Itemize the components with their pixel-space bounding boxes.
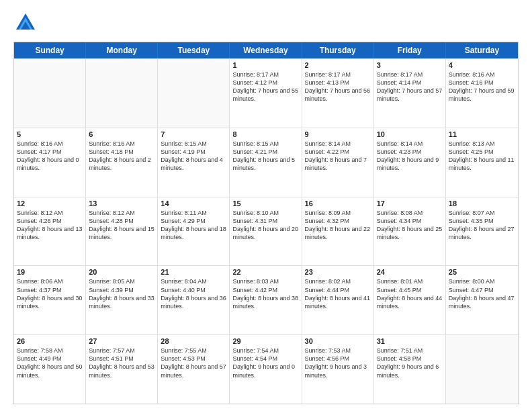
calendar-cell: 23Sunrise: 8:02 AM Sunset: 4:44 PM Dayli… xyxy=(302,266,374,334)
day-info: Sunrise: 8:17 AM Sunset: 4:13 PM Dayligh… xyxy=(305,71,371,103)
calendar-cell: 3Sunrise: 8:17 AM Sunset: 4:14 PM Daylig… xyxy=(374,59,446,128)
calendar-row-4: 19Sunrise: 8:06 AM Sunset: 4:37 PM Dayli… xyxy=(14,265,518,334)
calendar-cell: 27Sunrise: 7:57 AM Sunset: 4:51 PM Dayli… xyxy=(86,335,158,404)
calendar-cell: 10Sunrise: 8:14 AM Sunset: 4:23 PM Dayli… xyxy=(374,128,446,197)
day-number: 21 xyxy=(161,268,226,276)
day-number: 8 xyxy=(232,130,298,138)
day-info: Sunrise: 7:54 AM Sunset: 4:54 PM Dayligh… xyxy=(232,347,298,379)
day-number: 7 xyxy=(161,130,226,138)
calendar-cell: 2Sunrise: 8:17 AM Sunset: 4:13 PM Daylig… xyxy=(302,59,374,128)
day-info: Sunrise: 8:15 AM Sunset: 4:19 PM Dayligh… xyxy=(161,140,226,173)
day-info: Sunrise: 7:55 AM Sunset: 4:53 PM Dayligh… xyxy=(161,347,226,379)
day-info: Sunrise: 8:06 AM Sunset: 4:37 PM Dayligh… xyxy=(17,277,83,310)
day-number: 18 xyxy=(449,199,515,208)
calendar-cell xyxy=(446,335,518,404)
day-number: 19 xyxy=(17,268,83,276)
calendar-header: SundayMondayTuesdayWednesdayThursdayFrid… xyxy=(14,42,518,58)
day-number: 14 xyxy=(161,199,226,208)
day-number: 10 xyxy=(377,130,443,138)
calendar-cell: 20Sunrise: 8:05 AM Sunset: 4:39 PM Dayli… xyxy=(86,266,158,334)
day-number: 9 xyxy=(305,130,371,138)
calendar-cell: 16Sunrise: 8:09 AM Sunset: 4:32 PM Dayli… xyxy=(302,197,374,266)
calendar-cell: 5Sunrise: 8:16 AM Sunset: 4:17 PM Daylig… xyxy=(14,128,86,197)
day-info: Sunrise: 8:12 AM Sunset: 4:26 PM Dayligh… xyxy=(17,209,83,242)
day-info: Sunrise: 7:51 AM Sunset: 4:58 PM Dayligh… xyxy=(377,347,443,379)
calendar-cell: 29Sunrise: 7:54 AM Sunset: 4:54 PM Dayli… xyxy=(230,335,302,404)
day-info: Sunrise: 8:02 AM Sunset: 4:44 PM Dayligh… xyxy=(305,277,371,310)
day-info: Sunrise: 7:53 AM Sunset: 4:56 PM Dayligh… xyxy=(305,347,371,379)
day-info: Sunrise: 8:00 AM Sunset: 4:47 PM Dayligh… xyxy=(449,277,515,310)
calendar-cell: 4Sunrise: 8:16 AM Sunset: 4:16 PM Daylig… xyxy=(446,59,518,128)
day-info: Sunrise: 8:16 AM Sunset: 4:18 PM Dayligh… xyxy=(89,140,154,173)
day-info: Sunrise: 8:12 AM Sunset: 4:28 PM Dayligh… xyxy=(89,209,154,242)
day-number: 20 xyxy=(89,268,154,276)
day-number: 28 xyxy=(161,337,226,345)
calendar-cell: 7Sunrise: 8:15 AM Sunset: 4:19 PM Daylig… xyxy=(158,128,230,197)
header-day-wednesday: Wednesday xyxy=(230,42,302,58)
day-number: 17 xyxy=(377,199,443,208)
day-info: Sunrise: 8:17 AM Sunset: 4:14 PM Dayligh… xyxy=(377,71,443,103)
day-number: 24 xyxy=(377,268,443,276)
calendar: SundayMondayTuesdayWednesdayThursdayFrid… xyxy=(13,42,519,404)
calendar-cell: 6Sunrise: 8:16 AM Sunset: 4:18 PM Daylig… xyxy=(86,128,158,197)
day-number: 25 xyxy=(449,268,515,276)
header-day-saturday: Saturday xyxy=(446,42,518,58)
day-info: Sunrise: 8:01 AM Sunset: 4:45 PM Dayligh… xyxy=(377,277,443,310)
calendar-cell: 12Sunrise: 8:12 AM Sunset: 4:26 PM Dayli… xyxy=(14,197,86,266)
day-info: Sunrise: 8:14 AM Sunset: 4:23 PM Dayligh… xyxy=(377,140,443,173)
calendar-row-5: 26Sunrise: 7:58 AM Sunset: 4:49 PM Dayli… xyxy=(14,334,518,404)
calendar-cell: 28Sunrise: 7:55 AM Sunset: 4:53 PM Dayli… xyxy=(158,335,230,404)
calendar-cell: 26Sunrise: 7:58 AM Sunset: 4:49 PM Dayli… xyxy=(14,335,86,404)
day-number: 5 xyxy=(17,130,83,138)
calendar-cell xyxy=(14,59,86,128)
page-header xyxy=(13,11,519,35)
day-number: 27 xyxy=(89,337,154,345)
calendar-row-3: 12Sunrise: 8:12 AM Sunset: 4:26 PM Dayli… xyxy=(14,197,518,266)
calendar-cell: 19Sunrise: 8:06 AM Sunset: 4:37 PM Dayli… xyxy=(14,266,86,334)
day-number: 31 xyxy=(377,337,443,345)
day-info: Sunrise: 8:10 AM Sunset: 4:31 PM Dayligh… xyxy=(232,209,298,242)
calendar-cell: 25Sunrise: 8:00 AM Sunset: 4:47 PM Dayli… xyxy=(446,266,518,334)
day-number: 15 xyxy=(232,199,298,208)
day-info: Sunrise: 8:16 AM Sunset: 4:16 PM Dayligh… xyxy=(449,71,515,103)
day-info: Sunrise: 7:58 AM Sunset: 4:49 PM Dayligh… xyxy=(17,347,83,379)
calendar-row-2: 5Sunrise: 8:16 AM Sunset: 4:17 PM Daylig… xyxy=(14,128,518,197)
day-info: Sunrise: 7:57 AM Sunset: 4:51 PM Dayligh… xyxy=(89,347,154,379)
day-info: Sunrise: 8:04 AM Sunset: 4:40 PM Dayligh… xyxy=(161,277,226,310)
day-number: 3 xyxy=(377,61,443,69)
day-number: 29 xyxy=(232,337,298,345)
day-number: 2 xyxy=(305,61,371,69)
calendar-cell: 15Sunrise: 8:10 AM Sunset: 4:31 PM Dayli… xyxy=(230,197,302,266)
calendar-row-1: 1Sunrise: 8:17 AM Sunset: 4:12 PM Daylig… xyxy=(14,58,518,128)
logo-icon xyxy=(13,11,38,35)
day-number: 16 xyxy=(305,199,371,208)
logo xyxy=(13,11,40,35)
day-number: 23 xyxy=(305,268,371,276)
header-day-monday: Monday xyxy=(86,42,158,58)
calendar-cell xyxy=(158,59,230,128)
day-info: Sunrise: 8:16 AM Sunset: 4:17 PM Dayligh… xyxy=(17,140,83,173)
calendar-cell: 8Sunrise: 8:15 AM Sunset: 4:21 PM Daylig… xyxy=(230,128,302,197)
calendar-cell: 9Sunrise: 8:14 AM Sunset: 4:22 PM Daylig… xyxy=(302,128,374,197)
header-day-thursday: Thursday xyxy=(302,42,374,58)
day-info: Sunrise: 8:08 AM Sunset: 4:34 PM Dayligh… xyxy=(377,209,443,242)
day-number: 11 xyxy=(449,130,515,138)
day-number: 22 xyxy=(232,268,298,276)
calendar-cell: 11Sunrise: 8:13 AM Sunset: 4:25 PM Dayli… xyxy=(446,128,518,197)
calendar-cell: 22Sunrise: 8:03 AM Sunset: 4:42 PM Dayli… xyxy=(230,266,302,334)
day-number: 4 xyxy=(449,61,515,69)
day-number: 26 xyxy=(17,337,83,345)
day-info: Sunrise: 8:05 AM Sunset: 4:39 PM Dayligh… xyxy=(89,277,154,310)
calendar-body: 1Sunrise: 8:17 AM Sunset: 4:12 PM Daylig… xyxy=(14,58,518,404)
calendar-cell: 1Sunrise: 8:17 AM Sunset: 4:12 PM Daylig… xyxy=(230,59,302,128)
calendar-cell: 21Sunrise: 8:04 AM Sunset: 4:40 PM Dayli… xyxy=(158,266,230,334)
day-info: Sunrise: 8:14 AM Sunset: 4:22 PM Dayligh… xyxy=(305,140,371,173)
header-day-tuesday: Tuesday xyxy=(158,42,230,58)
header-day-sunday: Sunday xyxy=(14,42,86,58)
day-info: Sunrise: 8:17 AM Sunset: 4:12 PM Dayligh… xyxy=(232,71,298,103)
day-info: Sunrise: 8:07 AM Sunset: 4:35 PM Dayligh… xyxy=(449,209,515,242)
day-info: Sunrise: 8:03 AM Sunset: 4:42 PM Dayligh… xyxy=(232,277,298,310)
calendar-cell: 30Sunrise: 7:53 AM Sunset: 4:56 PM Dayli… xyxy=(302,335,374,404)
day-number: 12 xyxy=(17,199,83,208)
calendar-cell: 31Sunrise: 7:51 AM Sunset: 4:58 PM Dayli… xyxy=(374,335,446,404)
